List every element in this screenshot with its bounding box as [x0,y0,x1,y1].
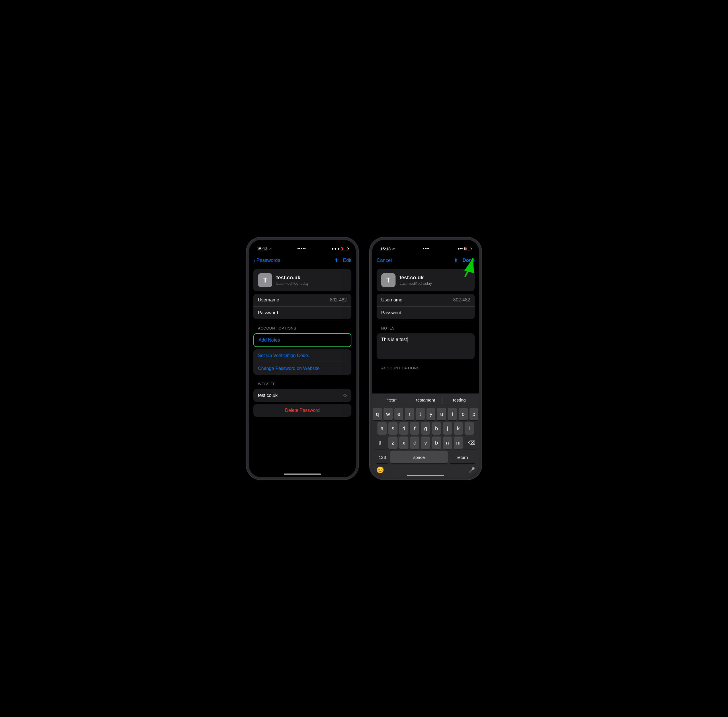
back-label-1: Passwords [256,258,280,263]
notes-group-2[interactable]: This is a test [377,333,475,359]
password-label-2: Password [381,310,401,316]
site-card-2: T test.co.uk Last modified today [377,269,475,291]
username-row-2[interactable]: Username 802-482 [377,294,475,307]
username-label-1: Username [258,297,279,302]
home-indicator-2 [407,474,444,476]
verification-code-row-1[interactable]: Set Up Verification Code... [253,349,351,362]
status-time-2: 15:13 [380,246,391,251]
phone-1: 15:13 ⇗ ▾ ▾ ▾ ‹ Passwords [247,238,358,479]
add-notes-row-1[interactable]: Add Notes [253,333,351,347]
location-icon-1: ⇗ [269,247,272,251]
verification-code-label-1: Set Up Verification Code... [258,353,312,358]
password-label-1: Password [258,310,278,316]
status-icons-1: ▾ ▾ ▾ [332,247,348,251]
location-icon-2: ⇗ [392,247,395,251]
password-row-2[interactable]: Password [377,307,475,319]
content-1: T test.co.uk Last modified today Usernam… [249,267,356,419]
compass-icon-1: ⊙ [343,393,347,398]
account-options-header-2: ACCOUNT OPTIONS [372,362,479,372]
signal-dots-2 [423,248,429,249]
site-modified-2: Last modified today [399,281,432,286]
done-button-2[interactable]: Done [463,258,475,263]
wifi-icon-2: ▾▾▾ [458,247,463,251]
share-button-2[interactable]: ⬆ [454,257,458,264]
status-icons-2: ▾▾▾ [458,247,471,251]
website-group-1: test.co.uk ⊙ [253,389,351,402]
account-options-header-1: ACCOUNT OPTIONS [249,322,356,332]
site-icon-2: T [381,273,396,287]
signal-dots-1 [297,248,306,249]
share-button-1[interactable]: ⬆ [334,257,338,264]
site-modified-1: Last modified today [276,281,309,286]
text-cursor-2 [407,337,408,342]
change-password-row-1[interactable]: Change Password on Website [253,362,351,375]
change-password-label-1: Change Password on Website [258,366,320,371]
website-header-1: WEBSITE [249,377,356,388]
website-value-1: test.co.uk [258,393,277,398]
site-name-1: test.co.uk [276,275,309,281]
password-row-1[interactable]: Password [253,307,351,319]
site-icon-1: T [258,273,272,287]
battery-icon-1 [341,247,348,250]
nav-bar-2: Cancel ⬆ Done [372,254,479,267]
phone-2: 15:13 ⇗ ▾▾▾ Cancel ⬆ Done [370,238,481,479]
username-value-1: 802-482 [330,297,347,302]
notes-header-2: NOTES [372,322,479,332]
edit-button-1[interactable]: Edit [343,258,351,263]
delete-group-1: Delete Password [253,404,351,417]
nav-bar-1: ‹ Passwords ⬆ Edit [249,254,356,267]
website-row-1[interactable]: test.co.uk ⊙ [253,389,351,402]
username-value-2: 802-482 [453,297,470,302]
wifi-icon-1: ▾ ▾ ▾ [332,247,340,251]
add-notes-label-1: Add Notes [259,337,280,342]
fields-group-2: Username 802-482 Password [377,294,475,319]
options-group-1: Set Up Verification Code... Change Passw… [253,349,351,375]
home-indicator-1 [284,473,321,475]
notes-text-2: This is a test [381,337,407,342]
fields-group-1: Username 802-482 Password [253,294,351,319]
battery-icon-2 [464,247,471,250]
back-button-1[interactable]: ‹ Passwords [253,257,280,264]
content-2: T test.co.uk Last modified today Usernam… [372,267,479,372]
site-card-1: T test.co.uk Last modified today [253,269,351,291]
chevron-icon-1: ‹ [253,257,255,264]
delete-button-1[interactable]: Delete Password [253,404,351,417]
cancel-button-2[interactable]: Cancel [377,258,392,263]
username-row-1[interactable]: Username 802-482 [253,294,351,307]
site-name-2: test.co.uk [399,275,432,281]
status-bar-2: 15:13 ⇗ ▾▾▾ [372,240,479,254]
username-label-2: Username [381,297,402,302]
status-time-1: 15:13 [257,246,267,251]
status-bar-1: 15:13 ⇗ ▾ ▾ ▾ [249,240,356,254]
